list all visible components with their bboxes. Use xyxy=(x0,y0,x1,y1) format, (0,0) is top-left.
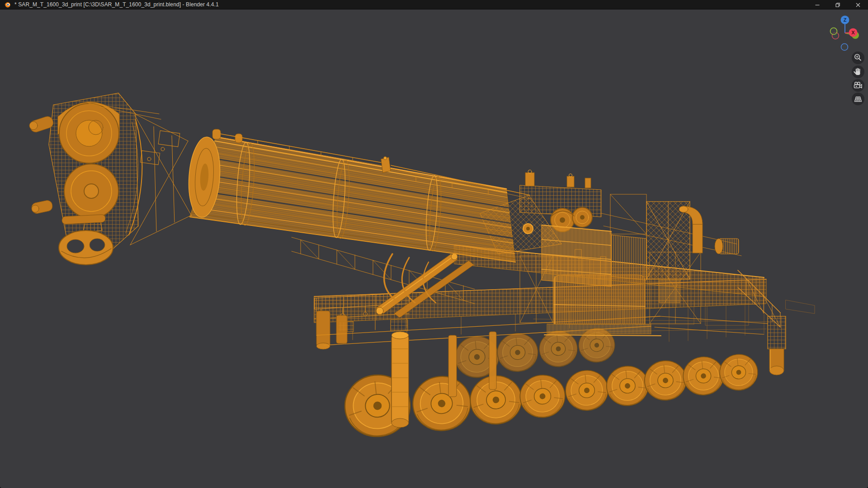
axis-neg-y-ball[interactable] xyxy=(830,28,837,35)
restore-icon xyxy=(835,2,840,8)
restore-button[interactable] xyxy=(827,0,848,9)
viewport-nav-buttons xyxy=(852,52,864,105)
axis-neg-z-ball[interactable] xyxy=(841,44,848,51)
window-controls xyxy=(807,0,868,9)
projection-toggle-button[interactable] xyxy=(852,93,864,105)
axis-z-label: Z xyxy=(844,17,847,23)
viewport-scene[interactable]: X Z xyxy=(0,9,868,488)
minimize-button[interactable] xyxy=(807,0,827,9)
hook-block xyxy=(28,93,161,265)
navigation-gizmo[interactable]: X Z xyxy=(830,16,859,51)
zoom-button[interactable] xyxy=(852,52,864,64)
boom-tip-lattice xyxy=(130,114,192,245)
close-icon xyxy=(855,2,861,8)
window-titlebar: * SAR_M_T_1600_3d_print [C:\3D\SAR_M_T_1… xyxy=(0,0,868,9)
close-button[interactable] xyxy=(848,0,868,9)
rear-outrigger xyxy=(768,300,815,375)
axis-z-ball[interactable]: Z xyxy=(841,16,849,24)
telescopic-boom xyxy=(130,114,531,262)
pan-button[interactable] xyxy=(852,66,864,78)
camera-view-button[interactable] xyxy=(852,79,864,92)
blender-logo-icon xyxy=(4,1,11,8)
minimize-icon xyxy=(815,2,820,8)
axis-x-ball[interactable]: X xyxy=(849,28,858,37)
3d-viewport[interactable]: X Z xyxy=(0,9,868,488)
axis-x-label: X xyxy=(851,30,855,35)
window-title: * SAR_M_T_1600_3d_print [C:\3D\SAR_M_T_1… xyxy=(14,1,219,8)
crane-wireframe-model[interactable] xyxy=(28,93,815,440)
